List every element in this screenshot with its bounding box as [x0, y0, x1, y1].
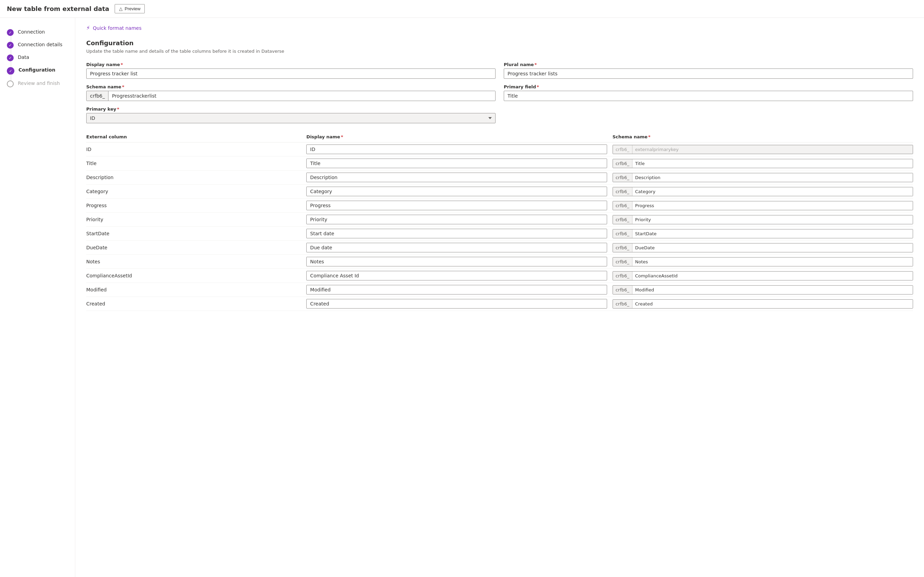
step-label-connection: Connection	[18, 29, 45, 35]
primary-key-group: Primary key* ID	[86, 106, 495, 123]
table-row: ID crfb6_	[86, 142, 913, 156]
schema-col-input[interactable]	[632, 187, 913, 196]
sidebar: ✓ Connection ✓ Connection details ✓ Data…	[0, 18, 75, 577]
display-name-col-input[interactable]	[306, 243, 607, 252]
section-title: Configuration	[86, 39, 913, 47]
primary-field-required: *	[537, 84, 539, 89]
schema-col-group: crfb6_	[612, 159, 913, 168]
schema-col-input[interactable]	[632, 229, 913, 238]
display-name-col-input[interactable]	[306, 271, 607, 280]
table-row: Title crfb6_	[86, 156, 913, 171]
sidebar-item-configuration[interactable]: ✓ Configuration	[0, 64, 75, 77]
step-circle-data: ✓	[7, 55, 14, 61]
primary-field-input[interactable]	[504, 91, 913, 101]
display-name-col-input[interactable]	[306, 299, 607, 308]
schema-col-input[interactable]	[632, 243, 913, 252]
col-header-display: Display name*	[306, 134, 607, 139]
schema-col-input[interactable]	[632, 285, 913, 294]
table-row: Category crfb6_	[86, 185, 913, 198]
primary-key-placeholder	[504, 106, 913, 123]
primary-key-select[interactable]: ID	[86, 113, 495, 123]
quick-format-icon: ⚡	[86, 25, 90, 31]
display-name-group: Display name*	[86, 62, 495, 79]
display-name-col-input[interactable]	[306, 257, 607, 266]
schema-col-input[interactable]	[632, 173, 913, 182]
external-col-value: ComplianceAssetId	[86, 271, 301, 280]
schema-col-prefix: crfb6_	[613, 258, 632, 266]
table-row: Description crfb6_	[86, 171, 913, 185]
schema-col-group: crfb6_	[612, 243, 913, 252]
external-col-value: DueDate	[86, 243, 301, 252]
display-name-col-input[interactable]	[306, 187, 607, 196]
col-header-external: External column	[86, 134, 301, 139]
external-col-value: Category	[86, 187, 301, 196]
schema-col-prefix: crfb6_	[613, 243, 632, 252]
schema-prefix: crfb6_	[87, 91, 108, 101]
sidebar-item-connection[interactable]: ✓ Connection	[0, 26, 75, 39]
external-col-value: Title	[86, 158, 301, 168]
step-label-data: Data	[18, 54, 29, 60]
display-name-input[interactable]	[86, 68, 495, 79]
step-circle-configuration: ✓	[7, 67, 14, 75]
display-name-col-input[interactable]	[306, 145, 607, 154]
table-row: Priority crfb6_	[86, 213, 913, 227]
schema-col-prefix: crfb6_	[613, 215, 632, 224]
page-header: New table from external data △ Preview	[0, 0, 924, 18]
columns-rows-container: ID crfb6_ Title crfb6_ Description crfb6…	[86, 142, 913, 311]
step-circle-connection: ✓	[7, 29, 14, 36]
schema-col-input[interactable]	[632, 201, 913, 210]
form-row-primary-key: Primary key* ID	[86, 106, 913, 123]
primary-key-required: *	[117, 106, 119, 112]
sidebar-item-data[interactable]: ✓ Data	[0, 52, 75, 64]
display-name-col-input[interactable]	[306, 229, 607, 239]
table-row: Created crfb6_	[86, 297, 913, 311]
main-content: ⚡ Quick format names Configuration Updat…	[75, 18, 924, 577]
schema-col-input[interactable]	[632, 159, 913, 168]
schema-col-group: crfb6_	[612, 201, 913, 210]
sidebar-item-connection-details[interactable]: ✓ Connection details	[0, 39, 75, 52]
external-col-value: Progress	[86, 201, 301, 210]
columns-table: External column Display name* Schema nam…	[86, 134, 913, 311]
schema-suffix-input[interactable]	[108, 91, 495, 101]
display-name-col-input[interactable]	[306, 285, 607, 295]
plural-name-label: Plural name*	[504, 62, 913, 67]
external-col-value: Priority	[86, 215, 301, 224]
schema-col-prefix: crfb6_	[613, 272, 632, 280]
step-label-configuration: Configuration	[18, 67, 55, 73]
schema-col-input[interactable]	[632, 272, 913, 280]
table-row: Notes crfb6_	[86, 255, 913, 269]
plural-name-group: Plural name*	[504, 62, 913, 79]
display-name-col-input[interactable]	[306, 172, 607, 182]
display-name-col-input[interactable]	[306, 201, 607, 210]
display-name-required: *	[121, 62, 123, 67]
external-col-value: Description	[86, 172, 301, 182]
table-row: StartDate crfb6_	[86, 227, 913, 241]
schema-col-group: crfb6_	[612, 271, 913, 280]
external-col-value: Notes	[86, 257, 301, 266]
schema-col-group: crfb6_	[612, 173, 913, 182]
schema-col-group: crfb6_	[612, 257, 913, 266]
step-circle-connection-details: ✓	[7, 42, 14, 48]
schema-col-input[interactable]	[632, 300, 913, 308]
table-row: Modified crfb6_	[86, 283, 913, 297]
schema-name-required: *	[122, 84, 124, 89]
schema-col-group: crfb6_	[612, 187, 913, 196]
schema-col-prefix: crfb6_	[613, 229, 632, 238]
step-label-review: Review and finish	[18, 80, 60, 86]
plural-name-input[interactable]	[504, 68, 913, 79]
display-name-col-input[interactable]	[306, 158, 607, 168]
schema-name-label: Schema name*	[86, 84, 495, 89]
quick-format-button[interactable]: ⚡ Quick format names	[86, 25, 913, 31]
schema-col-prefix: crfb6_	[613, 187, 632, 196]
schema-col-group: crfb6_	[612, 299, 913, 308]
sidebar-item-review[interactable]: Review and finish	[0, 77, 75, 90]
schema-col-input[interactable]	[632, 258, 913, 266]
table-row: Progress crfb6_	[86, 198, 913, 213]
table-row: DueDate crfb6_	[86, 241, 913, 255]
schema-col-input[interactable]	[632, 215, 913, 224]
step-label-connection-details: Connection details	[18, 42, 62, 47]
schema-col-prefix: crfb6_	[613, 145, 632, 154]
preview-button[interactable]: △ Preview	[115, 4, 145, 13]
preview-icon: △	[119, 6, 122, 11]
display-name-col-input[interactable]	[306, 215, 607, 224]
